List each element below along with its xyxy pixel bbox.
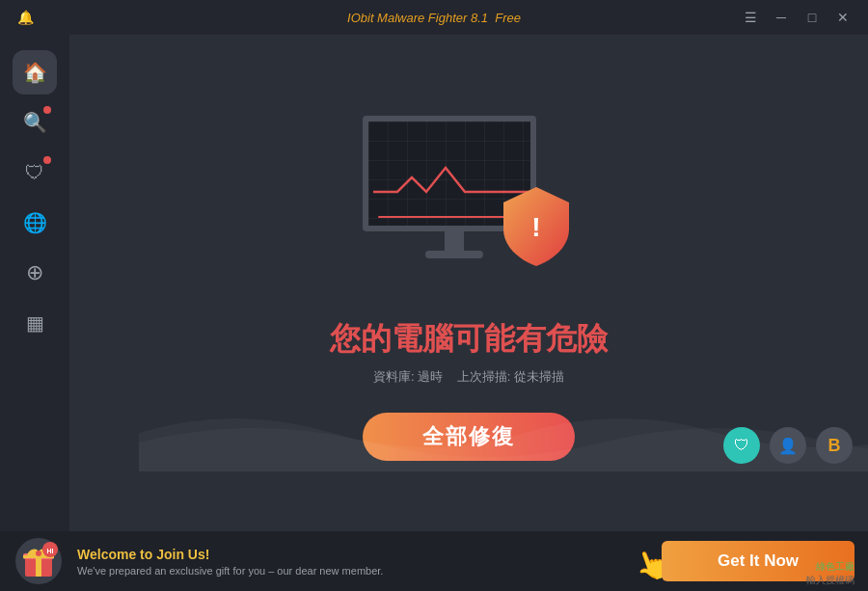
titlebar: 🔔 IObit Malware Fighter 8.1 Free ☰ ─ □ ✕: [0, 0, 868, 35]
bottom-text-area: Welcome to Join Us! We've prepared an ex…: [77, 547, 648, 577]
sidebar-item-security[interactable]: ⊕: [13, 251, 57, 295]
person-action-button[interactable]: 👤: [770, 427, 806, 464]
title-text: IObit Malware Fighter 8.1: [347, 11, 488, 25]
monitor-stand: [445, 231, 464, 251]
shield-illustration: !: [498, 183, 575, 270]
status-subtitle: 資料庫: 過時 上次掃描: 從未掃描: [373, 368, 564, 386]
status-title: 您的電腦可能有危險: [330, 318, 608, 361]
bottom-right-icons: 🛡 👤 B: [723, 427, 853, 464]
content-area: ! 您的電腦可能有危險 資料庫: 過時 上次掃描: 從未掃描 全部修復 🛡: [69, 35, 868, 531]
window-controls: ☰ ─ □ ✕: [737, 4, 856, 31]
scan-status: 上次掃描: 從未掃描: [457, 369, 564, 384]
menu-icon[interactable]: ☰: [737, 4, 764, 31]
db-status: 資料庫: 過時: [373, 369, 443, 384]
home-icon: 🏠: [23, 61, 47, 84]
shield-action-button[interactable]: 🛡: [723, 427, 760, 464]
hero-illustration: !: [343, 106, 594, 299]
app-title: IObit Malware Fighter 8.1 Free: [347, 11, 521, 25]
green-factory-label: 綠色工廠: [816, 560, 854, 574]
svg-text:!: !: [531, 212, 540, 242]
b-action-button[interactable]: B: [816, 427, 853, 464]
sidebar: 🏠 🔍 🛡 🌐 ⊕ ▦: [0, 35, 69, 531]
minimize-icon[interactable]: ─: [768, 4, 795, 31]
monitor-base: [425, 251, 483, 258]
sidebar-item-protection[interactable]: 🛡: [13, 150, 57, 195]
svg-text:HI: HI: [47, 548, 54, 554]
bottom-title: Welcome to Join Us!: [77, 547, 648, 562]
b-label: B: [828, 436, 841, 456]
sidebar-item-tools[interactable]: ▦: [13, 301, 57, 345]
shield-small-icon: 🛡: [734, 437, 749, 454]
person-icon: 👤: [778, 437, 798, 455]
svg-point-8: [36, 551, 41, 556]
title-badge: Free: [495, 11, 521, 25]
scan-badge: [43, 106, 51, 114]
bottom-description: We've prepared an exclusive gift for you…: [77, 565, 648, 577]
shield-layers-icon: 🛡: [25, 162, 44, 184]
search-icon: 🔍: [23, 111, 47, 134]
bottom-bar: HI Welcome to Join Us! We've prepared an…: [0, 531, 868, 591]
plus-shield-icon: ⊕: [26, 260, 43, 285]
protection-badge: [43, 156, 51, 164]
gift-icon: HI: [14, 536, 64, 586]
maximize-icon[interactable]: □: [799, 4, 826, 31]
grid-icon: ▦: [26, 311, 44, 335]
fix-all-button[interactable]: 全部修復: [363, 413, 575, 461]
close-icon[interactable]: ✕: [829, 4, 856, 31]
sidebar-item-browser[interactable]: 🌐: [13, 201, 57, 245]
gift-icon-wrap: HI: [14, 536, 64, 586]
sidebar-item-scan[interactable]: 🔍: [13, 100, 57, 145]
input-code-label[interactable]: 輸入授權碼: [806, 574, 854, 587]
shield-svg: !: [498, 183, 575, 270]
globe-icon: 🌐: [23, 211, 47, 234]
sidebar-item-home[interactable]: 🏠: [13, 50, 57, 94]
bell-icon[interactable]: 🔔: [12, 4, 39, 31]
main-layout: 🏠 🔍 🛡 🌐 ⊕ ▦: [0, 35, 868, 531]
